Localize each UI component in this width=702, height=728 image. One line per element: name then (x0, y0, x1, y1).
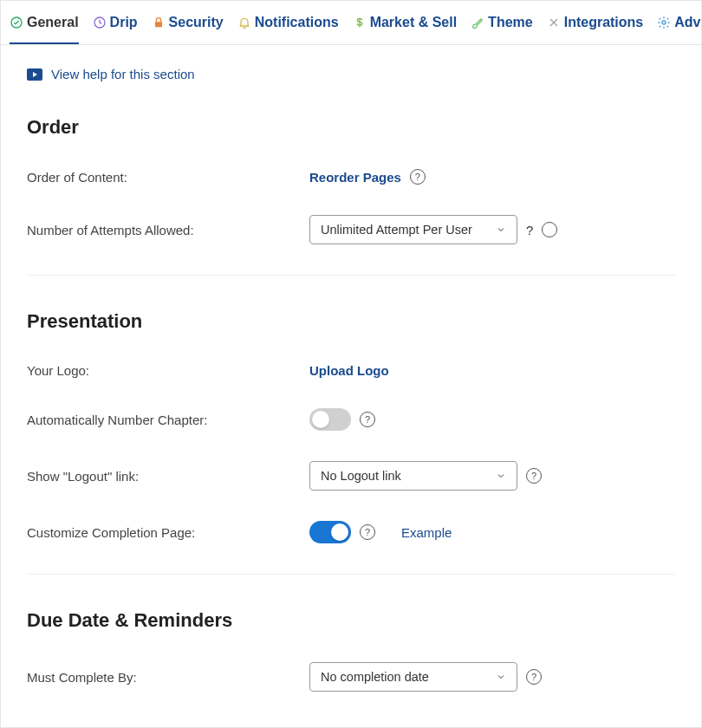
help-icon[interactable] (410, 169, 426, 185)
help-icon[interactable] (360, 524, 375, 540)
row-must-complete: Must Complete By: No completion date (27, 662, 675, 692)
row-logo: Your Logo: Upload Logo (27, 363, 675, 378)
lock-icon (152, 16, 166, 29)
tab-label: Market & Sell (370, 15, 457, 30)
dollar-icon (353, 16, 367, 29)
logout-select[interactable]: No Logout link (309, 461, 517, 491)
divider (27, 574, 675, 575)
attempts-select[interactable]: Unlimited Attempt Per User (309, 215, 517, 244)
tab-label: Theme (488, 15, 533, 30)
tab-advanced[interactable]: Advanced (657, 15, 702, 44)
section-title-due: Due Date & Reminders (27, 609, 675, 632)
row-order-of-content: Order of Content: Reorder Pages (27, 169, 675, 185)
section-title-order: Order (27, 116, 675, 139)
check-circle-icon (10, 16, 23, 29)
svg-point-3 (662, 21, 666, 24)
clock-icon (93, 16, 107, 29)
row-auto-number: Automatically Number Chapter: (27, 408, 675, 431)
label-attempts: Number of Attempts Allowed: (27, 223, 309, 237)
label-logo: Your Logo: (27, 363, 309, 378)
help-link-label: View help for this section (51, 67, 195, 81)
brush-icon (471, 16, 484, 29)
label-auto-number: Automatically Number Chapter: (27, 413, 309, 427)
label-logout: Show "Logout" link: (27, 469, 309, 484)
tab-theme[interactable]: Theme (471, 15, 533, 44)
row-completion-page: Customize Completion Page: Example (27, 521, 675, 543)
upload-logo-link[interactable]: Upload Logo (309, 363, 389, 378)
play-icon (27, 68, 42, 81)
tab-label: Advanced (674, 15, 702, 30)
section-title-presentation: Presentation (27, 310, 675, 333)
tab-general[interactable]: General (10, 15, 79, 44)
svg-rect-2 (155, 22, 162, 27)
chevron-down-icon (496, 672, 506, 682)
radio-circle[interactable] (542, 222, 557, 237)
tab-market-sell[interactable]: Market & Sell (353, 15, 457, 44)
tab-label: Drip (110, 15, 138, 30)
completion-toggle[interactable] (309, 521, 351, 543)
gear-icon (657, 16, 671, 29)
tab-label: Notifications (255, 15, 339, 30)
tab-integrations[interactable]: Integrations (547, 15, 644, 44)
label-must-complete: Must Complete By: (27, 670, 309, 685)
attempts-value: Unlimited Attempt Per User (321, 223, 472, 237)
auto-number-toggle[interactable] (309, 408, 351, 431)
tab-label: General (27, 15, 79, 30)
row-logout-link: Show "Logout" link: No Logout link (27, 461, 675, 491)
help-icon[interactable] (526, 468, 542, 484)
reorder-pages-link[interactable]: Reorder Pages (309, 170, 401, 185)
chevron-down-icon (496, 224, 506, 235)
question-mark: ? (526, 223, 533, 237)
tab-label: Security (169, 15, 224, 30)
help-icon[interactable] (526, 669, 542, 685)
tabs-bar: General Drip Security Notifications Mark… (1, 1, 701, 45)
help-icon[interactable] (360, 412, 375, 427)
divider (27, 275, 675, 276)
chevron-down-icon (496, 471, 506, 481)
view-help-link[interactable]: View help for this section (27, 67, 675, 81)
must-complete-value: No completion date (321, 670, 429, 684)
label-completion: Customize Completion Page: (27, 525, 309, 540)
tab-label: Integrations (564, 15, 644, 30)
must-complete-select[interactable]: No completion date (309, 662, 517, 692)
tab-security[interactable]: Security (152, 15, 224, 44)
label-order-of-content: Order of Content: (27, 170, 309, 185)
content-area: View help for this section Order Order o… (1, 45, 701, 728)
tab-drip[interactable]: Drip (93, 15, 138, 44)
tools-icon (547, 16, 561, 29)
row-attempts: Number of Attempts Allowed: Unlimited At… (27, 215, 675, 244)
example-link[interactable]: Example (401, 525, 452, 540)
logout-value: No Logout link (321, 469, 401, 483)
bell-icon (237, 16, 251, 29)
tab-notifications[interactable]: Notifications (237, 15, 339, 44)
